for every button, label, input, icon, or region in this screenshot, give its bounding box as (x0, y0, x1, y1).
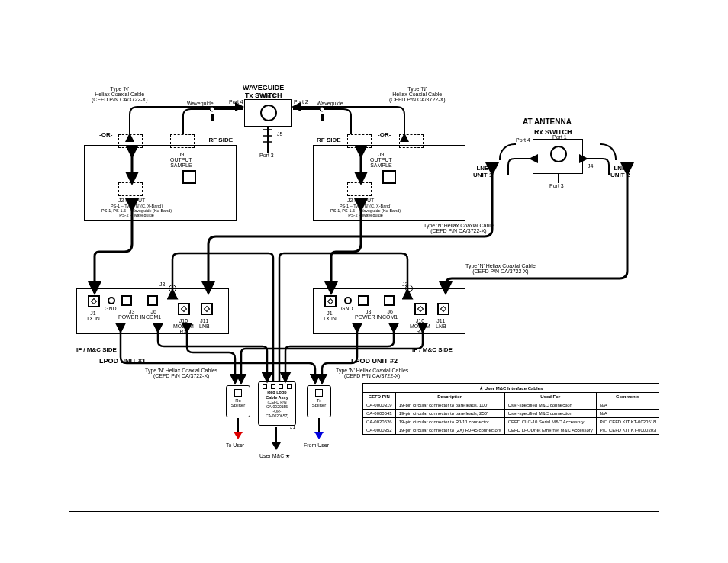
rx-j4: J4 (588, 163, 593, 169)
rf-l-j2: J2 RF OUT (118, 198, 145, 203)
or-left: -OR- (99, 131, 112, 138)
if-mc-side-r: IF / M&C SIDE (412, 346, 453, 353)
svg-rect-3 (321, 114, 324, 121)
tx-j5: J5 (277, 131, 282, 137)
typeN-note-top-left: Type 'N' Heliax Coaxial Cable (CEFD P/N … (92, 86, 148, 102)
tx-port-3: Port 3 (259, 153, 274, 158)
lpod-unit-2-title: LPOD UNIT #2 (351, 357, 398, 365)
rx-splitter: Rx Splitter (226, 385, 250, 417)
table-row: CA-000035219-pin circular connector to (… (363, 426, 659, 435)
lpod2-gnd: GND (341, 306, 353, 311)
lpod2-j10: J10 MODEM RX (410, 318, 430, 334)
lpod2-j1: J1 TX IN (323, 310, 337, 321)
lpod2-j6: J6 COM1 (382, 309, 398, 320)
rf-r-j9: J9 OUTPUT SAMPLE (370, 152, 392, 168)
if-mc-side-l: IF / M&C SIDE (76, 346, 117, 353)
rx-switch-box (533, 139, 583, 174)
rf-l-notes: PS-1 – Type 'N' (C, X-Band) PS-1, PS-1.5… (101, 204, 172, 217)
bottom-divider (69, 511, 659, 512)
redloop-j1: J1 (290, 424, 295, 429)
rx-port1: Port 1 (552, 134, 567, 140)
rf-r-j2: J2 RF OUT (347, 198, 374, 203)
svg-point-0 (210, 107, 214, 111)
lnb-elbow-1 (499, 143, 516, 160)
lpod-cable-note-r: Type 'N' Heliax Coaxial Cables (CEFD P/N… (336, 368, 408, 378)
tx-port-4: Port 4 (229, 99, 243, 105)
rf-r-notes: PS-1 – Type 'N' (C, X-Band) PS-1, PS-1.5… (330, 204, 401, 217)
user-mc: User M&C ★ (259, 453, 290, 459)
waveguide-label-left: Waveguide (187, 101, 214, 106)
tx-port-2: Port 2 (294, 99, 308, 105)
lpod1-j6: J6 COM1 (146, 309, 161, 320)
lpod1-j11: J11 LNB (199, 318, 210, 329)
redloop-arrow (272, 442, 281, 450)
user-mc-table: ★ User M&C Interface Cables CEFD P/N Des… (362, 383, 659, 435)
rx-port4: Port 4 (516, 137, 530, 143)
tx-splitter-arrow (314, 432, 324, 439)
lpod-unit-1-box: J1 TX IN GND J3 POWER IN J6 COM1 J3 J10 … (76, 288, 229, 334)
red-loop-assy: Red Loop Cable Assy (CEFD P/N CA-0020655… (258, 381, 296, 426)
tx-port-1: Port 1 (261, 93, 275, 98)
rf-side-right-box: RF SIDE J9 OUTPUT SAMPLE J2 RF OUT PS-1 … (313, 145, 465, 221)
lnb-unit-2-label: LNB UNIT 2 (610, 165, 630, 179)
lpod-unit-1-title: LPOD UNIT #1 (99, 357, 146, 365)
at-antenna-title: AT ANTENNA (523, 117, 572, 126)
table-row: CA-000031919-pin circular connector to b… (363, 401, 659, 410)
svg-rect-1 (211, 114, 214, 121)
lpod-unit-2-box: J1 TX IN GND J3 POWER IN J6 COM1 J2 J10 … (313, 288, 465, 334)
lpod1-j3: J3 (159, 282, 165, 287)
from-user: From User (304, 442, 329, 448)
typeN-note-top-right: Type 'N' Heliax Coaxial Cable (CEFD P/N … (389, 86, 446, 102)
lpod1-gnd: GND (105, 306, 117, 311)
lpod2-j3p: J3 POWER IN (355, 309, 382, 320)
rx-cable-note-2: Type 'N' Heliax Coaxial Cable (CEFD P/N … (465, 263, 536, 274)
rx-cable-note-1: Type 'N' Heliax Coaxial Cable (CEFD P/N … (424, 223, 494, 233)
waveguide-label-right: Waveguide (317, 101, 343, 106)
svg-point-2 (320, 107, 324, 111)
lpod-cable-note-l: Type 'N' Heliax Coaxial Cables (CEFD P/N… (145, 368, 217, 378)
table-row: CA-000054319-pin circular connector to b… (363, 410, 659, 418)
or-right: -OR- (378, 131, 391, 138)
table-row: CA-002052619-pin circular connector to R… (363, 418, 659, 426)
lpod1-j1: J1 TX IN (86, 310, 100, 321)
lnb-elbow-2 (600, 143, 617, 160)
rf-side-right-title: RF SIDE (317, 137, 341, 143)
rx-splitter-arrow (234, 432, 243, 439)
lpod2-j11: J11 LNB (436, 318, 446, 329)
lnb-unit-1-label: LNB UNIT 1 (473, 165, 492, 179)
lpod1-j3p: J3 POWER IN (118, 309, 145, 320)
rx-port3: Port 3 (549, 183, 564, 188)
tx-switch-box (244, 99, 292, 127)
rf-side-left-box: RF SIDE J9 OUTPUT SAMPLE J2 RF OUT PS-1 … (84, 145, 237, 221)
to-user: To User (226, 442, 244, 448)
rf-side-left-title: RF SIDE (208, 137, 233, 143)
rf-l-j9: J9 OUTPUT SAMPLE (170, 152, 192, 168)
lpod1-j10: J10 MODEM RX (173, 318, 194, 334)
tx-splitter: Tx Splitter (307, 385, 331, 417)
